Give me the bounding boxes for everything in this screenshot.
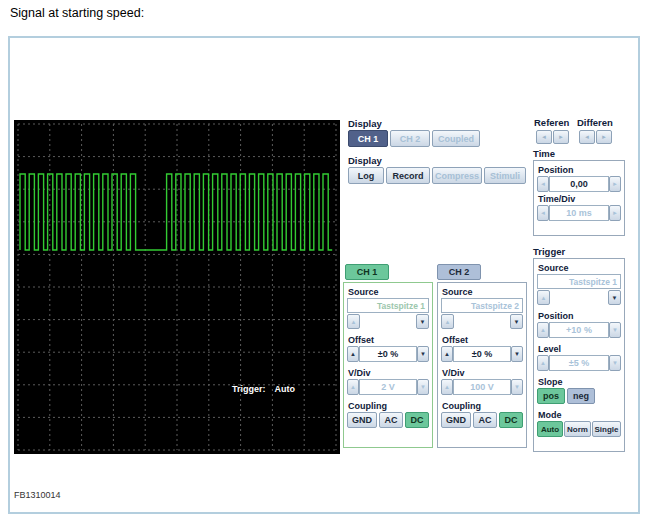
time-div-decrement-button[interactable]: ◄: [537, 205, 549, 221]
ch1-source-down-button[interactable]: ▼: [416, 314, 429, 329]
ch1-coupling-label: Coupling: [348, 401, 428, 411]
time-position-increment-button[interactable]: ►: [609, 176, 621, 192]
down-arrow-icon: ▼: [612, 327, 618, 333]
trigger-level-spinner: ▲ ±5 % ▼: [537, 355, 621, 371]
ch1-source-selector: ▲ ▼: [347, 314, 429, 329]
ch2-source-selector: ▲ ▼: [441, 314, 523, 329]
page-title: Signal at starting speed:: [10, 6, 144, 20]
left-arrow-icon: ◄: [584, 134, 590, 140]
down-arrow-icon: ▼: [420, 351, 426, 357]
differential-left-arrow-button[interactable]: ◄: [579, 130, 595, 144]
ch2-source-up-button[interactable]: ▲: [441, 314, 454, 329]
reference-right-arrow-button[interactable]: ►: [553, 130, 569, 144]
up-arrow-icon: ▲: [444, 384, 450, 390]
display-ch1-button[interactable]: CH 1: [348, 130, 388, 147]
up-arrow-icon: ▲: [444, 351, 450, 357]
right-arrow-icon: ►: [612, 210, 618, 216]
time-div-value: 10 ms: [549, 205, 609, 221]
up-arrow-icon: ▲: [350, 384, 356, 390]
trigger-source-up-button[interactable]: ▲: [537, 290, 550, 305]
ch1-vdiv-down-button[interactable]: ▼: [417, 379, 429, 395]
ch1-offset-value: ±0 %: [359, 346, 417, 362]
down-arrow-icon: ▼: [514, 384, 520, 390]
ch1-gnd-button[interactable]: GND: [347, 412, 377, 428]
ch2-vdiv-spinner: ▲ 100 V ▼: [441, 379, 523, 395]
mode-norm-button[interactable]: Norm: [564, 421, 591, 437]
trigger-source-down-button[interactable]: ▼: [608, 290, 621, 305]
ch2-vdiv-up-button[interactable]: ▲: [441, 379, 453, 395]
mode-single-button[interactable]: Single: [592, 421, 621, 437]
ch2-vdiv-value: 100 V: [453, 379, 511, 395]
trigger-level-up-button[interactable]: ▲: [537, 355, 549, 371]
differential-label: Differen: [577, 117, 613, 128]
up-arrow-icon: ▲: [351, 319, 357, 325]
reference-label: Referen: [534, 117, 569, 128]
ch2-header-button[interactable]: CH 2: [437, 264, 481, 280]
ch2-source-value: Tastspitze 2: [441, 298, 523, 313]
ch2-vdiv-label: V/Div: [442, 368, 522, 378]
log-button[interactable]: Log: [348, 167, 384, 184]
record-button[interactable]: Record: [386, 167, 430, 184]
time-div-increment-button[interactable]: ►: [609, 205, 621, 221]
slope-pos-button[interactable]: pos: [537, 388, 565, 404]
ch1-vdiv-up-button[interactable]: ▲: [347, 379, 359, 395]
ch2-offset-down-button[interactable]: ▼: [511, 346, 523, 362]
left-arrow-icon: ◄: [541, 134, 547, 140]
figure-id: FB1310014: [14, 490, 61, 500]
ch2-gnd-button[interactable]: GND: [441, 412, 471, 428]
ch2-offset-spinner: ▲ ±0 % ▼: [441, 346, 523, 362]
trigger-position-spinner: ▲ +10 % ▼: [537, 322, 621, 338]
down-arrow-icon: ▼: [612, 360, 618, 366]
display-coupled-button[interactable]: Coupled: [432, 130, 480, 147]
ch2-ac-button[interactable]: AC: [473, 412, 497, 428]
trigger-position-label: Position: [538, 311, 620, 321]
ch1-offset-spinner: ▲ ±0 % ▼: [347, 346, 429, 362]
display-modes-label: Display: [348, 155, 382, 166]
time-div-spinner: ◄ 10 ms ►: [537, 205, 621, 221]
reference-spinner: ◄ ►: [536, 130, 569, 144]
ch1-header-button[interactable]: CH 1: [345, 264, 389, 280]
trigger-position-down-button[interactable]: ▼: [609, 322, 621, 338]
ch2-source-down-button[interactable]: ▼: [510, 314, 523, 329]
ch1-source-label: Source: [348, 287, 428, 297]
compress-button[interactable]: Compress: [432, 167, 482, 184]
left-arrow-icon: ◄: [540, 181, 546, 187]
ch1-offset-up-button[interactable]: ▲: [347, 346, 359, 362]
time-position-value: 0,00: [549, 176, 609, 192]
down-arrow-icon: ▼: [612, 295, 618, 301]
ch2-coupling-buttons: GND AC DC: [441, 412, 523, 428]
left-arrow-icon: ◄: [540, 210, 546, 216]
ch1-dc-button[interactable]: DC: [405, 412, 429, 428]
display-channels-buttons: CH 1 CH 2 Coupled: [348, 130, 480, 147]
ch1-offset-down-button[interactable]: ▼: [417, 346, 429, 362]
ch2-offset-label: Offset: [442, 335, 522, 345]
right-arrow-icon: ►: [612, 181, 618, 187]
differential-right-arrow-button[interactable]: ►: [596, 130, 612, 144]
ch2-vdiv-down-button[interactable]: ▼: [511, 379, 523, 395]
trigger-level-down-button[interactable]: ▼: [609, 355, 621, 371]
ch1-source-up-button[interactable]: ▲: [347, 314, 360, 329]
display-ch2-button[interactable]: CH 2: [390, 130, 430, 147]
ch1-ac-button[interactable]: AC: [379, 412, 403, 428]
trigger-mode-buttons: Auto Norm Single: [537, 421, 621, 437]
mode-auto-button[interactable]: Auto: [537, 421, 563, 437]
right-arrow-icon: ►: [601, 134, 607, 140]
ch2-dc-button[interactable]: DC: [499, 412, 523, 428]
trigger-panel: Source Tastspitze 1 ▲ ▼ Position ▲ +10 %…: [533, 258, 625, 452]
up-arrow-icon: ▲: [540, 327, 546, 333]
display-modes-buttons: Log Record Compress Stimuli: [348, 167, 526, 184]
figure-frame: Trigger: Auto Display CH 1 CH 2 Coupled …: [8, 36, 640, 514]
ch2-offset-up-button[interactable]: ▲: [441, 346, 453, 362]
down-arrow-icon: ▼: [420, 384, 426, 390]
down-arrow-icon: ▼: [514, 319, 520, 325]
trigger-level-value: ±5 %: [549, 355, 609, 371]
up-arrow-icon: ▲: [541, 295, 547, 301]
differential-spinner: ◄ ►: [579, 130, 612, 144]
stimuli-button[interactable]: Stimuli: [484, 167, 526, 184]
reference-left-arrow-button[interactable]: ◄: [536, 130, 552, 144]
time-position-decrement-button[interactable]: ◄: [537, 176, 549, 192]
slope-neg-button[interactable]: neg: [567, 388, 595, 404]
trigger-readout-label: Trigger:: [232, 384, 266, 394]
trigger-readout-value: Auto: [275, 384, 296, 394]
trigger-position-up-button[interactable]: ▲: [537, 322, 549, 338]
